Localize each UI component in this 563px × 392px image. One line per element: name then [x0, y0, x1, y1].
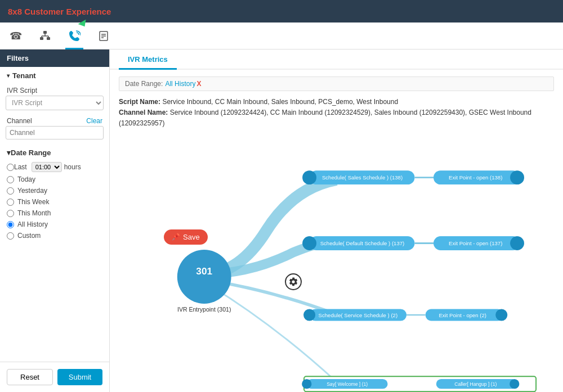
this-month-radio[interactable] [7, 210, 14, 217]
script-info: Script Name: Service Inbound, CC Main In… [119, 97, 554, 129]
tabs-bar: IVR Metrics [110, 49, 563, 70]
tenant-section[interactable]: ▾ Tenant [0, 67, 109, 84]
svg-text:Schedule( Service Schedule ) (: Schedule( Service Schedule ) (2) [319, 312, 398, 318]
app-logo: 8x8 Customer Experience [8, 7, 111, 16]
channel-clear-link[interactable]: Clear [86, 117, 102, 125]
svg-text:301: 301 [196, 265, 212, 277]
svg-text:Exit Point - open (2): Exit Point - open (2) [439, 312, 486, 318]
reset-button[interactable]: Reset [7, 369, 53, 385]
svg-text:Exit Point - open (138): Exit Point - open (138) [449, 174, 502, 181]
sidebar-footer: Reset Submit [0, 362, 109, 392]
date-range-bar-label: Date Range: [125, 80, 163, 88]
all-history-radio-item[interactable]: All History [7, 219, 102, 230]
svg-rect-0 [43, 31, 47, 34]
svg-text:Schedule( Default Schedule ) (: Schedule( Default Schedule ) (137) [320, 240, 405, 246]
main-content: Date Range: All History X Script Name: S… [110, 70, 563, 392]
date-range-close-btn[interactable]: X [196, 80, 201, 88]
sidebar-header: Filters [0, 49, 109, 67]
svg-rect-1 [40, 37, 43, 40]
svg-point-37 [302, 379, 311, 389]
report-toolbar-icon[interactable] [95, 27, 113, 45]
phone-toolbar-icon[interactable]: ☎ [7, 27, 25, 45]
org-toolbar-icon[interactable] [36, 27, 54, 45]
svg-point-40 [510, 379, 519, 389]
ivr-script-select[interactable]: IVR Script [6, 96, 104, 110]
app-header: 8x8 Customer Experience [0, 0, 563, 22]
channel-name-value: Service Inbound (12092324424), CC Main I… [119, 109, 531, 127]
svg-text:Say[ Welcome ] (1): Say[ Welcome ] (1) [327, 381, 368, 387]
date-range-bar: Date Range: All History X [119, 76, 554, 91]
main-layout: Filters ▾ Tenant IVR Script IVR Script C… [0, 49, 563, 392]
channel-row: Channel Clear [0, 115, 109, 126]
today-radio[interactable] [7, 176, 14, 183]
diagram-area: Save [119, 134, 554, 392]
submit-button[interactable]: Submit [57, 369, 102, 385]
svg-text:Schedule( Sales Schedule ) (13: Schedule( Sales Schedule ) (138) [322, 174, 403, 181]
today-radio-item[interactable]: Today [7, 174, 102, 185]
svg-text:Caller[ Hangup ] (1): Caller[ Hangup ] (1) [454, 381, 497, 387]
yesterday-radio-item[interactable]: Yesterday [7, 185, 102, 196]
save-button[interactable]: Save [164, 229, 208, 245]
toolbar: ☎ [0, 22, 563, 49]
all-history-radio[interactable] [7, 221, 14, 228]
custom-radio-item[interactable]: Custom [7, 230, 102, 241]
svg-point-22 [302, 236, 316, 250]
this-week-radio[interactable] [7, 199, 14, 206]
hours-select[interactable]: 01:00 [32, 162, 62, 172]
sidebar: Filters ▾ Tenant IVR Script IVR Script C… [0, 49, 110, 392]
script-name-label: Script Name: [119, 98, 160, 106]
settings-icon[interactable] [285, 273, 302, 290]
radio-group: Last 01:00 hours Today Yesterday This We… [0, 159, 109, 242]
channel-label: Channel [7, 117, 32, 125]
svg-point-18 [510, 170, 524, 184]
channel-name-label: Channel Name: [119, 109, 168, 116]
script-name-value: Service Inbound, CC Main Inbound, Sales … [162, 98, 398, 106]
svg-point-15 [302, 170, 316, 184]
date-range-bar-value: All History [165, 80, 195, 88]
yesterday-radio[interactable] [7, 187, 14, 195]
ivr-toolbar-icon[interactable] [65, 27, 83, 45]
main-panel: IVR Metrics Date Range: All History X Sc… [110, 49, 563, 392]
channel-input[interactable] [6, 126, 104, 139]
svg-text:IVR Entrypoint (301): IVR Entrypoint (301) [177, 306, 231, 313]
last-radio[interactable] [7, 164, 14, 171]
svg-text:Exit Point - open (137): Exit Point - open (137) [449, 240, 502, 246]
last-hours-row: Last 01:00 hours [7, 160, 102, 174]
ivr-diagram: 301 IVR Entrypoint (301) Schedule( Sales… [119, 134, 554, 392]
svg-point-25 [510, 236, 524, 250]
this-week-radio-item[interactable]: This Week [7, 196, 102, 208]
svg-point-32 [495, 309, 507, 321]
svg-rect-2 [47, 37, 50, 40]
date-range-section[interactable]: ▾ Date Range [0, 144, 109, 159]
date-range-chevron: ▾ [7, 148, 11, 157]
svg-point-29 [303, 309, 315, 321]
custom-radio[interactable] [7, 232, 14, 240]
this-month-radio-item[interactable]: This Month [7, 208, 102, 219]
ivr-script-label: IVR Script [0, 84, 109, 96]
tab-ivr-metrics[interactable]: IVR Metrics [119, 49, 177, 70]
tenant-chevron: ▾ [7, 73, 10, 79]
